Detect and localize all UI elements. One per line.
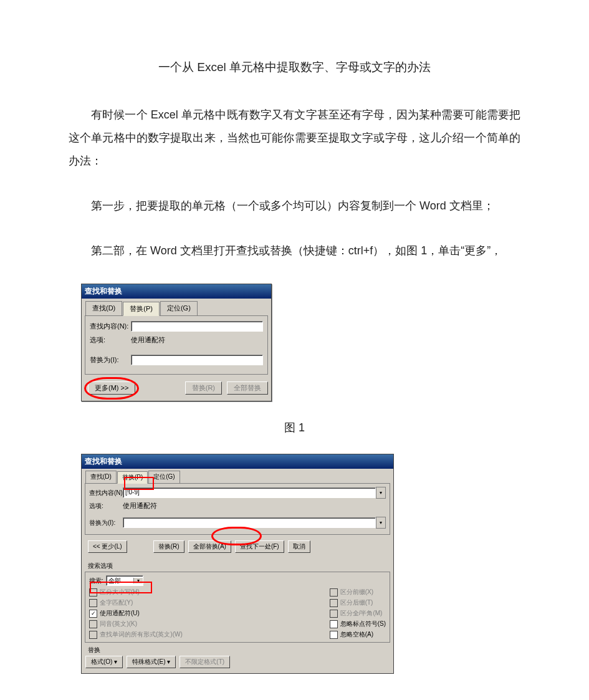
chk-full-half[interactable]: 区分全/半角(M) (330, 609, 386, 618)
replace-all-button[interactable]: 全部替换(A) (188, 540, 231, 553)
replace-input[interactable] (123, 517, 376, 528)
tab-find[interactable]: 查找(D) (85, 301, 122, 315)
tab-row: 查找(D) 替换(P) 定位(G) (82, 299, 271, 315)
figure-1-caption: 图 1 (69, 420, 520, 435)
options-label: 选项: (89, 502, 123, 511)
chk-word-forms[interactable]: 查找单词的所有形式(英文)(W) (89, 630, 183, 639)
search-options-panel: 搜索: 全部 区分大小写(H) 全字匹配(Y) ✓使用通配符(U) 同音(英文)… (85, 572, 390, 643)
find-label: 查找内容(N): (89, 489, 123, 497)
find-input[interactable] (131, 321, 263, 332)
special-format-button[interactable]: 特殊格式(E) ▾ (127, 656, 176, 668)
replace-all-button[interactable]: 全部替换 (227, 381, 268, 395)
chk-prefix[interactable]: 区分前缀(X) (330, 588, 386, 597)
chk-whole-word[interactable]: 全字匹配(Y) (89, 598, 183, 607)
paragraph-intro: 有时候一个 Excel 单元格中既有数字又有文字甚至还有字母，因为某种需要可能需… (69, 103, 520, 173)
tab-replace[interactable]: 替换(P) (117, 471, 148, 484)
no-format-button[interactable]: 不限定格式(T) (180, 656, 230, 668)
search-direction-select[interactable]: 全部 (106, 575, 143, 586)
find-replace-dialog-1: 查找和替换 查找(D) 替换(P) 定位(G) 查找内容(N): 选项: 使用通… (81, 284, 272, 401)
tab-replace[interactable]: 替换(P) (123, 302, 160, 316)
dialog-panel-top: 查找内容(N): [!0-9] ▾ 选项: 使用通配符 替换为(I): ▾ (85, 483, 390, 535)
options-value: 使用通配符 (131, 335, 165, 345)
replace-button[interactable]: 替换(R) (185, 381, 222, 395)
less-button[interactable]: << 更少(L) (88, 540, 127, 553)
format-button[interactable]: 格式(O) ▾ (85, 656, 123, 668)
dropdown-icon[interactable]: ▾ (376, 487, 386, 499)
search-options-title: 搜索选项 (83, 562, 393, 570)
find-next-button[interactable]: 查找下一处(F) (235, 540, 284, 553)
paragraph-step1: 第一步，把要提取的单元格（一个或多个均可以）内容复制到一个 Word 文档里； (69, 194, 520, 218)
chk-suffix[interactable]: 区分后缀(T) (330, 598, 386, 607)
tab-goto[interactable]: 定位(G) (160, 301, 198, 315)
page-title: 一个从 Excel 单元格中提取数字、字母或文字的办法 (69, 59, 520, 75)
more-button[interactable]: 更多(M) >> (88, 381, 135, 395)
dialog-titlebar: 查找和替换 (82, 284, 271, 299)
dropdown-icon[interactable]: ▾ (376, 517, 386, 529)
chk-ignore-space[interactable]: 忽略空格(A) (330, 630, 386, 639)
options-value: 使用通配符 (123, 501, 157, 511)
find-input[interactable]: [!0-9] (123, 487, 376, 498)
dialog-panel: 查找内容(N): 选项: 使用通配符 替换为(I): (85, 315, 268, 375)
chk-match-case[interactable]: 区分大小写(H) (89, 588, 183, 597)
dialog-titlebar: 查找和替换 (82, 454, 393, 469)
chk-sounds-like[interactable]: 同音(英文)(K) (89, 620, 183, 628)
search-dir-label: 搜索: (89, 577, 103, 585)
options-label: 选项: (90, 335, 131, 345)
find-label: 查找内容(N): (90, 322, 131, 331)
tab-goto[interactable]: 定位(G) (148, 471, 180, 483)
paragraph-step2: 第二部，在 Word 文档里打开查找或替换（快捷键：ctrl+f），如图 1，单… (69, 239, 520, 262)
replace-button[interactable]: 替换(R) (153, 540, 184, 553)
find-replace-dialog-2: 查找和替换 查找(D) 替换(P) 定位(G) 查找内容(N): [!0-9] … (81, 454, 394, 674)
chk-wildcards[interactable]: ✓使用通配符(U) (89, 609, 183, 618)
chk-ignore-punct[interactable]: 忽略标点符号(S) (330, 620, 386, 628)
replace-input[interactable] (131, 355, 263, 365)
replace-label: 替换为(I): (90, 355, 131, 365)
cancel-button[interactable]: 取消 (288, 540, 310, 553)
tab-find[interactable]: 查找(D) (85, 471, 117, 483)
replace-label: 替换为(I): (89, 519, 123, 527)
replace-group-title: 替换 (83, 646, 393, 654)
